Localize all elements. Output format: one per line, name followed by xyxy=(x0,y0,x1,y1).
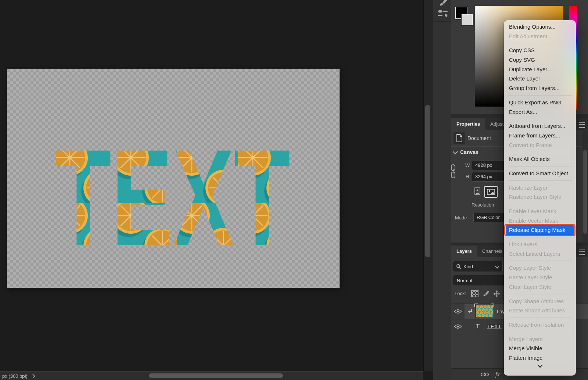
status-text: px (300 ppi) xyxy=(2,373,28,379)
menu-item-release-from-isolation: Release from Isolation xyxy=(504,320,576,330)
menu-separator xyxy=(508,119,572,119)
menu-item-artboard-from-layers[interactable]: Artboard from Layers... xyxy=(504,121,576,131)
visibility-eye-icon[interactable] xyxy=(454,324,462,329)
menu-item-enable-vector-mask: Enable Vector Mask xyxy=(504,216,576,226)
menu-item-merge-layers: Merge Layers xyxy=(504,334,576,344)
background-color-swatch[interactable] xyxy=(462,14,473,25)
mode-label: Mode xyxy=(455,215,467,221)
properties-panel-menu-icon[interactable] xyxy=(579,122,585,128)
menu-separator xyxy=(508,152,572,152)
menu-item-clear-layer-style: Clear Layer Style xyxy=(504,282,576,292)
menu-item-enable-layer-mask: Enable Layer Mask xyxy=(504,207,576,216)
horizontal-scrollbar-thumb[interactable] xyxy=(149,373,283,378)
layer-style-fx-icon[interactable]: fx xyxy=(495,371,500,378)
dock-divider xyxy=(433,21,451,22)
menu-item-copy-css[interactable]: Copy CSS xyxy=(504,46,576,55)
eye-cell[interactable] xyxy=(451,309,465,314)
menu-separator xyxy=(508,180,572,181)
tab-channels[interactable]: Channels xyxy=(477,245,508,257)
canvas-area[interactable]: TEXT xyxy=(0,0,423,371)
menu-item-release-clipping-mask[interactable]: Release Clipping Mask xyxy=(506,225,574,235)
menu-separator xyxy=(508,43,572,43)
document-icon xyxy=(456,134,463,142)
menu-item-duplicate-layer[interactable]: Duplicate Layer... xyxy=(504,65,576,74)
brush-settings-icon[interactable] xyxy=(437,9,448,18)
menu-item-paste-shape-attributes: Paste Shape Attributes xyxy=(504,306,576,315)
text-layer-thumbnail-glyph[interactable]: T xyxy=(474,323,481,330)
link-dimensions-icon[interactable] xyxy=(449,164,457,179)
status-chevron-icon[interactable] xyxy=(31,374,35,379)
blend-mode-value: Normal xyxy=(457,278,472,283)
menu-separator xyxy=(508,166,572,166)
menu-item-copy-svg[interactable]: Copy SVG xyxy=(504,55,576,65)
visibility-eye-icon[interactable] xyxy=(454,309,462,314)
chevron-down-icon xyxy=(538,363,542,368)
lock-label: Lock: xyxy=(455,291,466,296)
filter-kind-value: Kind xyxy=(463,264,473,269)
brush-icon[interactable] xyxy=(437,0,448,7)
lock-paint-icon[interactable] xyxy=(483,290,489,297)
link-layers-icon[interactable] xyxy=(481,372,489,377)
menu-item-delete-layer[interactable]: Delete Layer xyxy=(504,74,576,83)
menu-item-convert-to-smart-object[interactable]: Convert to Smart Object xyxy=(504,169,576,178)
blend-mode-dropdown[interactable]: Normal xyxy=(453,275,505,286)
portrait-orientation-button[interactable] xyxy=(473,186,482,196)
menu-item-select-linked-layers: Select Linked Layers xyxy=(504,249,576,259)
menu-separator xyxy=(508,332,572,332)
menu-item-copy-shape-attributes: Copy Shape Attributes xyxy=(504,297,576,306)
document-type-icon-box xyxy=(453,132,465,144)
landscape-icon xyxy=(487,189,495,195)
svg-text:TEXT: TEXT xyxy=(55,145,290,246)
layer-context-menu: Blending Options... Edit Adjustment... C… xyxy=(504,20,576,376)
vertical-scrollbar-thumb[interactable] xyxy=(425,105,430,257)
text-artwork: TEXT xyxy=(55,145,291,246)
menu-item-edit-adjustment: Edit Adjustment... xyxy=(504,32,576,41)
menu-separator xyxy=(508,95,572,96)
menu-item-blending-options[interactable]: Blending Options... xyxy=(504,22,576,32)
eye-cell[interactable] xyxy=(451,324,465,329)
menu-separator xyxy=(508,294,572,294)
canvas-section-chevron-icon[interactable] xyxy=(453,149,458,154)
height-label: H xyxy=(466,174,469,179)
menu-separator xyxy=(508,318,572,318)
chevron-down-icon xyxy=(495,264,499,268)
photoshop-window: TEXT px (300 ppi) Properti xyxy=(0,0,588,380)
layer-thumbnail[interactable] xyxy=(476,305,493,318)
menu-item-mask-all-objects[interactable]: Mask All Objects xyxy=(504,154,576,164)
menu-item-paste-layer-style: Paste Layer Style xyxy=(504,273,576,282)
menu-scroll-down[interactable] xyxy=(504,363,576,369)
clipping-mask-arrow-icon xyxy=(467,308,473,314)
menu-item-flatten-image[interactable]: Flatten Image xyxy=(504,353,576,363)
layer-name[interactable]: TEXT xyxy=(487,324,502,329)
menu-item-convert-to-frame: Convert to Frame xyxy=(504,140,576,150)
landscape-orientation-button[interactable] xyxy=(484,186,498,198)
menu-separator xyxy=(508,261,572,261)
resolution-label: Resolution xyxy=(472,202,504,208)
search-icon xyxy=(456,264,461,269)
filter-kind-dropdown[interactable]: Kind xyxy=(453,261,503,272)
menu-item-copy-layer-style: Copy Layer Style xyxy=(504,263,576,273)
menu-item-rasterize-layer: Rasterize Layer xyxy=(504,183,576,193)
lock-transparency-icon[interactable] xyxy=(471,290,478,297)
properties-scrollbar-thumb[interactable] xyxy=(583,150,587,234)
document-label: Document xyxy=(467,135,491,141)
menu-separator xyxy=(508,237,572,237)
tab-properties[interactable]: Properties xyxy=(451,118,485,130)
width-label: W xyxy=(465,162,470,168)
panel-dock xyxy=(433,0,452,380)
tab-layers[interactable]: Layers xyxy=(451,245,477,257)
layers-panel-menu-icon[interactable] xyxy=(579,250,585,255)
menu-item-frame-from-layers[interactable]: Frame from Layers... xyxy=(504,131,576,140)
menu-item-link-layers: Link Layers xyxy=(504,240,576,249)
menu-item-rasterize-layer-style: Rasterize Layer Style xyxy=(504,192,576,202)
lock-position-icon[interactable] xyxy=(493,290,500,297)
menu-separator xyxy=(508,204,572,204)
document-canvas[interactable]: TEXT xyxy=(7,69,340,288)
menu-item-export-as[interactable]: Export As... xyxy=(504,107,576,117)
menu-item-group-from-layers[interactable]: Group from Layers... xyxy=(504,83,576,93)
menu-item-quick-export-png[interactable]: Quick Export as PNG xyxy=(504,98,576,107)
canvas-section-label: Canvas xyxy=(460,149,478,155)
layer-thumbnail-image xyxy=(476,305,493,318)
portrait-icon xyxy=(474,187,480,195)
menu-item-merge-visible[interactable]: Merge Visible xyxy=(504,344,576,353)
